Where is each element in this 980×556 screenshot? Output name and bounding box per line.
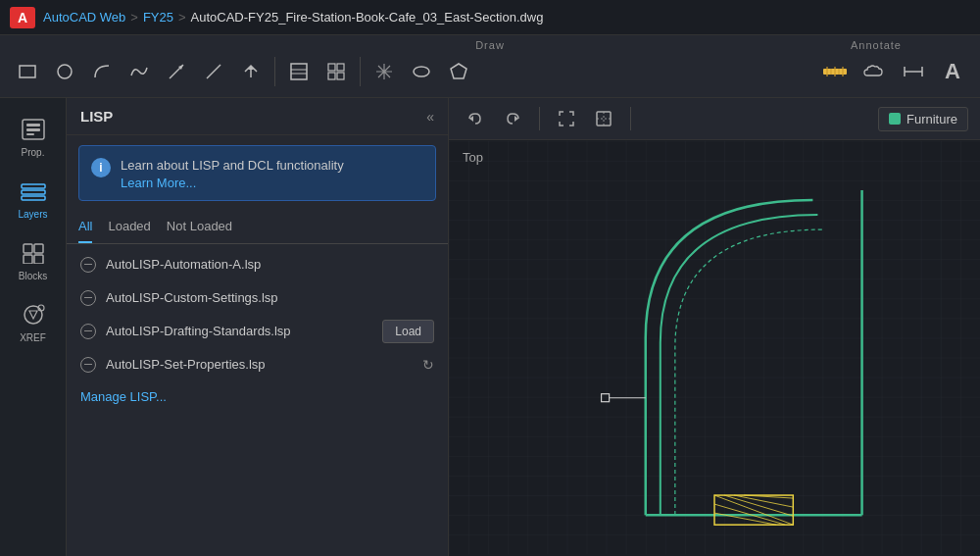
annotate-section-label: Annotate xyxy=(851,39,902,51)
manage-lisp-link[interactable]: Manage LISP... xyxy=(67,381,448,412)
layer-name: Furniture xyxy=(906,112,957,126)
svg-line-4 xyxy=(207,65,220,78)
minus-icon xyxy=(80,324,96,339)
svg-rect-28 xyxy=(22,184,45,188)
tool-arc[interactable] xyxy=(84,54,120,89)
undo-button[interactable] xyxy=(461,104,490,133)
layer-color-dot xyxy=(889,113,901,125)
drawing-area: Furniture Top xyxy=(449,98,980,556)
tool-redirect[interactable] xyxy=(233,54,269,89)
drawing-toolbar: Furniture xyxy=(449,98,980,140)
info-banner: i Learn about LISP and DCL functionality… xyxy=(78,145,436,201)
svg-rect-6 xyxy=(291,64,307,79)
refresh-icon[interactable]: ↻ xyxy=(422,357,434,373)
svg-rect-10 xyxy=(337,64,344,71)
tool-polygon[interactable] xyxy=(441,54,476,89)
autodesk-logo[interactable]: A xyxy=(10,7,35,28)
list-item[interactable]: AutoLISP-Set-Properties.lsp ↻ xyxy=(67,348,448,381)
tool-rectangle[interactable] xyxy=(10,54,45,89)
toolbar-right: A xyxy=(817,54,970,89)
file-name: AutoLISP-Set-Properties.lsp xyxy=(106,357,266,372)
tool-cloud[interactable] xyxy=(857,54,892,89)
svg-point-1 xyxy=(58,65,72,78)
list-item[interactable]: AutoLISP-Drafting-Standards.lsp Load xyxy=(67,315,448,348)
svg-rect-11 xyxy=(328,73,335,79)
tool-dimension[interactable] xyxy=(896,54,931,89)
svg-point-35 xyxy=(24,306,42,324)
fit-view-button[interactable] xyxy=(552,104,581,133)
xref-icon xyxy=(20,301,47,329)
list-item[interactable]: AutoLISP-Automation-A.lsp xyxy=(67,248,448,281)
svg-rect-42 xyxy=(449,141,980,555)
svg-rect-27 xyxy=(26,133,34,135)
blocks-icon xyxy=(20,239,47,267)
tabs: All Loaded Not Loaded xyxy=(67,211,448,244)
properties-icon xyxy=(20,116,47,143)
svg-rect-31 xyxy=(24,244,32,253)
tool-polyline[interactable] xyxy=(122,54,157,89)
sidebar-label-blocks: Blocks xyxy=(19,271,47,281)
svg-rect-12 xyxy=(337,73,344,79)
sidebar: Prop. Layers Blocks XREF xyxy=(0,98,67,556)
panel-close-button[interactable]: « xyxy=(426,109,434,125)
top-bar: A AutoCAD Web > FY25 > AutoCAD-FY25_Fire… xyxy=(0,0,980,35)
banner-text: Learn about LISP and DCL functionality xyxy=(121,158,344,173)
layers-icon xyxy=(20,177,47,205)
toolbar: Draw Annotate xyxy=(0,35,980,98)
redo-button[interactable] xyxy=(498,104,527,133)
tool-diagonal[interactable] xyxy=(196,54,231,89)
svg-rect-39 xyxy=(597,112,611,126)
tool-measure[interactable] xyxy=(817,54,853,89)
sidebar-item-blocks[interactable]: Blocks xyxy=(5,231,62,289)
tab-loaded[interactable]: Loaded xyxy=(108,211,150,243)
svg-rect-25 xyxy=(26,124,40,126)
file-list: AutoLISP-Automation-A.lsp AutoLISP-Custo… xyxy=(67,244,448,557)
draw-section-label: Draw xyxy=(475,39,505,51)
file-name: AutoLISP-Automation-A.lsp xyxy=(106,257,261,272)
drawing-canvas[interactable]: Top xyxy=(449,140,980,555)
minus-icon xyxy=(80,257,96,273)
svg-rect-33 xyxy=(24,255,32,264)
tab-all[interactable]: All xyxy=(78,211,92,243)
file-name: AutoLISP-Drafting-Standards.lsp xyxy=(106,324,291,338)
draw-tools xyxy=(10,54,476,89)
tool-line[interactable] xyxy=(159,54,194,89)
lisp-panel: LISP « i Learn about LISP and DCL functi… xyxy=(67,98,449,556)
tab-not-loaded[interactable]: Not Loaded xyxy=(167,211,232,243)
svg-rect-0 xyxy=(20,66,35,77)
zoom-box-button[interactable] xyxy=(589,104,618,133)
main-content: Prop. Layers Blocks XREF LISP « xyxy=(0,98,980,556)
sidebar-item-xref[interactable]: XREF xyxy=(5,293,62,351)
svg-rect-32 xyxy=(34,244,43,253)
learn-more-link[interactable]: Learn More... xyxy=(121,176,344,190)
minus-icon xyxy=(80,290,96,306)
tool-blocks[interactable] xyxy=(318,54,354,89)
drawing-svg xyxy=(449,140,980,555)
svg-rect-30 xyxy=(22,196,45,200)
tool-ellipse[interactable] xyxy=(404,54,439,89)
tool-circle[interactable] xyxy=(47,54,82,89)
sidebar-label-xref: XREF xyxy=(20,332,46,343)
file-name: AutoLISP-Custom-Settings.lsp xyxy=(106,290,278,305)
svg-rect-34 xyxy=(34,255,43,264)
svg-rect-29 xyxy=(22,190,45,194)
svg-marker-14 xyxy=(451,64,466,78)
panel-title: LISP xyxy=(80,108,113,125)
layer-badge[interactable]: Furniture xyxy=(878,107,968,131)
sidebar-label-layers: Layers xyxy=(18,209,47,220)
list-item[interactable]: AutoLISP-Custom-Settings.lsp xyxy=(67,281,448,315)
svg-point-13 xyxy=(414,67,429,76)
svg-rect-26 xyxy=(26,128,40,131)
sidebar-label-properties: Prop. xyxy=(22,147,45,158)
tool-explode[interactable] xyxy=(367,54,402,89)
tool-text[interactable]: A xyxy=(935,54,970,89)
load-button[interactable]: Load xyxy=(382,320,434,343)
breadcrumb: AutoCAD Web > FY25 > AutoCAD-FY25_Fire-S… xyxy=(43,10,543,25)
sidebar-item-layers[interactable]: Layers xyxy=(5,170,62,227)
svg-rect-9 xyxy=(328,64,335,71)
minus-icon xyxy=(80,357,96,373)
tool-hatch[interactable] xyxy=(281,54,317,89)
panel-header: LISP « xyxy=(67,98,448,135)
sidebar-item-properties[interactable]: Prop. xyxy=(5,108,62,166)
info-icon: i xyxy=(91,158,111,177)
